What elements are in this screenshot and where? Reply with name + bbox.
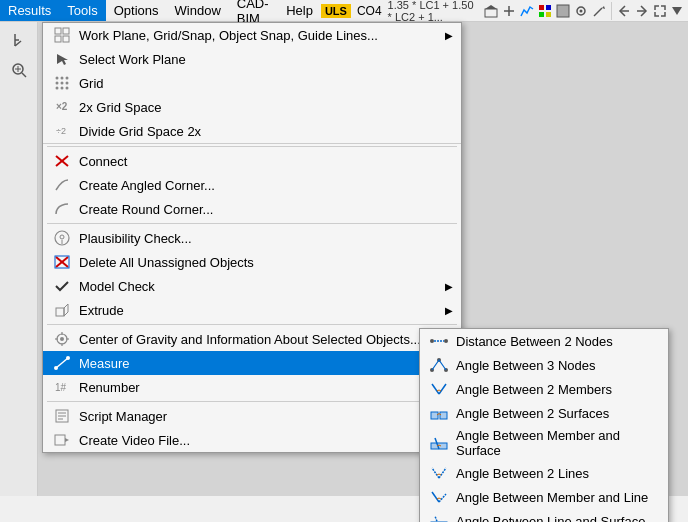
- menu-item-model-check-label: Model Check: [79, 279, 445, 294]
- menu-item-angle-member-surface[interactable]: Angle Between Member and Surface: [420, 425, 668, 461]
- zoom-icon: [11, 62, 27, 78]
- svg-rect-23: [55, 28, 61, 34]
- menu-item-angle-2-members[interactable]: Angle Between 2 Members: [420, 377, 668, 401]
- plausibility-icon: [51, 229, 73, 247]
- menu-item-connect[interactable]: Connect: [43, 149, 461, 173]
- svg-point-65: [430, 339, 434, 343]
- svg-point-42: [60, 235, 64, 239]
- dist-nodes-icon: [428, 332, 450, 350]
- svg-line-79: [432, 492, 439, 502]
- menu-item-extrude-label: Extrude: [79, 303, 445, 318]
- menu-item-work-plane[interactable]: Work Plane, Grid/Snap, Object Snap, Guid…: [43, 23, 461, 47]
- svg-rect-73: [431, 412, 438, 419]
- angle-line-surface-icon: [428, 512, 450, 522]
- menu-item-work-plane-label: Work Plane, Grid/Snap, Object Snap, Guid…: [79, 28, 445, 43]
- menu-item-2x-grid[interactable]: ×2 2x Grid Space: [43, 95, 461, 119]
- menu-item-angle-line-surface[interactable]: Angle Between Line and Surface: [420, 509, 668, 522]
- divider-2: [47, 223, 457, 224]
- menu-item-divide-grid-label: Divide Grid Space 2x: [79, 124, 453, 139]
- left-btn-1[interactable]: [5, 26, 33, 54]
- toolbar-btn-8[interactable]: [616, 0, 632, 22]
- svg-point-31: [56, 82, 59, 85]
- menu-item-grid-label: Grid: [79, 76, 453, 91]
- svg-rect-24: [63, 28, 69, 34]
- menu-item-extrude[interactable]: Extrude ▶: [43, 298, 461, 322]
- menu-item-angle-2-surfaces[interactable]: Angle Between 2 Surfaces: [420, 401, 668, 425]
- back-icon: [617, 4, 631, 18]
- menu-item-create-video[interactable]: Create Video File...: [43, 428, 461, 452]
- svg-line-17: [15, 41, 21, 46]
- menu-item-plausibility[interactable]: Plausibility Check...: [43, 226, 461, 250]
- svg-marker-64: [65, 438, 69, 442]
- toolbar-btn-1[interactable]: [483, 0, 499, 22]
- toolbar-btn-5[interactable]: [555, 0, 571, 22]
- menu-item-grid[interactable]: Grid: [43, 71, 461, 95]
- extrude-arrow: ▶: [445, 305, 453, 316]
- svg-point-33: [66, 82, 69, 85]
- toolbar-btn-3[interactable]: [519, 0, 535, 22]
- angled-corner-icon: [51, 176, 73, 194]
- menu-item-renumber[interactable]: 1# Renumber ▶: [43, 375, 461, 399]
- menu-item-angle-2-lines[interactable]: Angle Between 2 Lines: [420, 461, 668, 485]
- menu-item-script-manager[interactable]: Script Manager: [43, 404, 461, 428]
- svg-line-20: [22, 73, 26, 77]
- menu-item-angle-3-nodes[interactable]: Angle Between 3 Nodes: [420, 353, 668, 377]
- toolbar-btn-10[interactable]: [652, 0, 668, 22]
- menu-item-select-work-plane[interactable]: Select Work Plane: [43, 47, 461, 71]
- svg-line-71: [432, 384, 439, 394]
- connect-icon: [51, 152, 73, 170]
- delete-icon: [51, 253, 73, 271]
- menu-item-measure-label: Measure: [79, 356, 445, 371]
- node-icon: [574, 4, 588, 18]
- left-toolbar: [0, 22, 38, 496]
- svg-text:1#: 1#: [55, 382, 67, 393]
- svg-rect-0: [485, 9, 497, 17]
- menu-item-center-gravity[interactable]: Center of Gravity and Information About …: [43, 327, 461, 351]
- menu-options[interactable]: Options: [106, 0, 167, 21]
- svg-rect-4: [539, 5, 544, 10]
- svg-marker-1: [485, 5, 497, 9]
- menu-tools[interactable]: Tools: [59, 0, 105, 21]
- toolbar-sep-1: [611, 2, 612, 20]
- menu-item-cog-label: Center of Gravity and Information About …: [79, 332, 453, 347]
- menu-item-distance-nodes[interactable]: Distance Between 2 Nodes: [420, 329, 668, 353]
- toolbar-btn-2[interactable]: [501, 0, 517, 22]
- toolbar-dropdown-btn[interactable]: [670, 0, 684, 22]
- menu-cadbim[interactable]: CAD-BIM: [229, 0, 278, 21]
- menu-item-round-corner-label: Create Round Corner...: [79, 202, 453, 217]
- menu-item-angled-corner[interactable]: Create Angled Corner...: [43, 173, 461, 197]
- menu-item-create-video-label: Create Video File...: [79, 433, 453, 448]
- cursor-icon: [11, 32, 27, 48]
- svg-point-29: [61, 77, 64, 80]
- menu-item-connect-label: Connect: [79, 154, 453, 169]
- menu-item-angle-member-line[interactable]: Angle Between Member and Line: [420, 485, 668, 509]
- menu-item-round-corner[interactable]: Create Round Corner...: [43, 197, 461, 221]
- menu-help[interactable]: Help: [278, 0, 321, 21]
- grid-small-icon: [51, 74, 73, 92]
- combo-label: CO4: [357, 4, 382, 18]
- svg-line-77: [432, 468, 439, 478]
- toolbar-btn-7[interactable]: [591, 0, 607, 22]
- color-icon: [538, 4, 552, 18]
- menu-item-angle-line-surface-label: Angle Between Line and Surface: [456, 514, 660, 523]
- svg-rect-8: [557, 5, 569, 17]
- menu-window[interactable]: Window: [167, 0, 229, 21]
- left-btn-2[interactable]: [5, 56, 33, 84]
- home-icon: [484, 4, 498, 18]
- measure-icon: [51, 354, 73, 372]
- toolbar-btn-6[interactable]: [573, 0, 589, 22]
- menu-item-model-check[interactable]: Model Check ▶: [43, 274, 461, 298]
- divider-3: [47, 324, 457, 325]
- toolbar-btn-9[interactable]: [634, 0, 650, 22]
- menu-item-delete-label: Delete All Unassigned Objects: [79, 255, 453, 270]
- menu-item-select-wp-label: Select Work Plane: [79, 52, 453, 67]
- grid-divide-icon: ÷2: [51, 122, 73, 140]
- select-wp-icon: [51, 50, 73, 68]
- menu-results[interactable]: Results: [0, 0, 59, 21]
- toolbar-btn-4[interactable]: [537, 0, 553, 22]
- menu-item-2x-grid-label: 2x Grid Space: [79, 100, 453, 115]
- surface-icon: [556, 4, 570, 18]
- menu-item-measure[interactable]: Measure ▶: [43, 351, 461, 375]
- menu-item-delete-unassigned[interactable]: Delete All Unassigned Objects: [43, 250, 461, 274]
- menu-item-divide-grid[interactable]: ÷2 Divide Grid Space 2x: [43, 119, 461, 144]
